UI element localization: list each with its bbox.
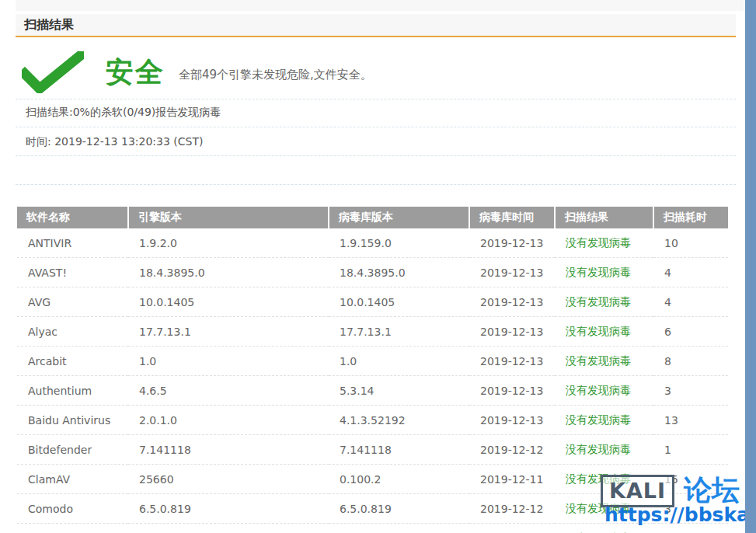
cell-db-version: 0.100.2 bbox=[329, 465, 469, 494]
cell-db-version: 6.0.0 bbox=[329, 524, 469, 533]
cell-db-version: 7.141118 bbox=[329, 435, 469, 465]
cell-db-date: 2019-12-13 bbox=[469, 287, 555, 317]
separator bbox=[16, 99, 736, 99]
status-description: 全部49个引擎未发现危险,文件安全。 bbox=[179, 63, 372, 82]
cell-engine-version: 10.0.1405 bbox=[128, 287, 329, 317]
cell-result: 没有发现病毒 bbox=[555, 258, 653, 287]
cell-result: 没有发现病毒 bbox=[555, 347, 653, 376]
cell-result: 没有发现病毒 bbox=[555, 317, 653, 347]
cell-engine-version: 4.6.5 bbox=[128, 376, 329, 406]
cell-db-date: 2019-12-13 bbox=[469, 406, 555, 435]
table-row: Authentium4.6.55.3.142019-12-13没有发现病毒3 bbox=[17, 376, 728, 406]
check-icon bbox=[22, 51, 84, 93]
cell-engine-version: 17.7.13.1 bbox=[128, 317, 329, 347]
cell-db-version: 1.0 bbox=[329, 347, 469, 376]
cell-elapsed: 6 bbox=[653, 317, 728, 347]
cell-engine-version: 6.5.0.819 bbox=[128, 494, 329, 524]
cell-elapsed: 13 bbox=[653, 406, 728, 435]
column-header-db-version: 病毒库版本 bbox=[329, 207, 469, 228]
separator bbox=[16, 127, 736, 127]
cell-name: ANTIVIR bbox=[17, 228, 128, 258]
table-row: Alyac17.7.13.117.7.13.12019-12-13没有发现病毒6 bbox=[17, 317, 728, 347]
cell-db-version: 10.0.1405 bbox=[329, 287, 469, 317]
cell-result: 没有发现病毒 bbox=[555, 406, 653, 435]
cell-engine-version: 1.0 bbox=[128, 347, 329, 376]
cell-db-version: 1.9.159.0 bbox=[329, 228, 469, 258]
cell-db-version: 4.1.3.52192 bbox=[329, 406, 469, 435]
cell-db-date: 2019-12-13 bbox=[469, 317, 555, 347]
cell-elapsed: 10 bbox=[653, 228, 728, 258]
cell-name: AVAST! bbox=[17, 258, 128, 287]
cell-db-date: 2019-12-12 bbox=[469, 494, 555, 524]
watermark-url: https://bbskali.cn bbox=[604, 503, 756, 526]
cell-name: Authentium bbox=[17, 376, 128, 406]
separator bbox=[16, 184, 736, 185]
cell-db-date: 2019-12-11 bbox=[469, 465, 555, 494]
separator bbox=[16, 155, 736, 156]
column-header-db-date: 病毒库时间 bbox=[469, 207, 555, 228]
scan-status-row: 安全 全部49个引擎未发现危险,文件安全。 bbox=[16, 48, 736, 96]
cell-db-date: 2019-12-12 bbox=[469, 435, 555, 465]
top-section-strip bbox=[16, 0, 744, 11]
table-row: AVG10.0.140510.0.14052019-12-13没有发现病毒4 bbox=[17, 287, 728, 317]
cell-name: AVG bbox=[17, 287, 128, 317]
cell-engine-version: 1.9.2.0 bbox=[128, 228, 329, 258]
section-heading-band: 扫描结果 bbox=[16, 14, 736, 37]
cell-engine-version: 2.0.1.0 bbox=[128, 406, 329, 435]
cell-result: 没有发现病毒 bbox=[555, 287, 653, 317]
cell-engine-version: 25660 bbox=[128, 465, 329, 494]
cell-name: ClamAV bbox=[17, 465, 128, 494]
cell-db-date: 2019-12-13 bbox=[469, 228, 555, 258]
column-header-result: 扫描结果 bbox=[555, 207, 653, 228]
cell-db-date: 2019-12-13 bbox=[469, 347, 555, 376]
cell-db-date: 2019-12-13 bbox=[469, 258, 555, 287]
cell-engine-version: 6.0.0.4 bbox=[128, 524, 329, 533]
table-row: Arcabit1.01.02019-12-13没有发现病毒8 bbox=[17, 347, 728, 376]
cell-result: 没有发现病毒 bbox=[555, 376, 653, 406]
cell-db-date: 2019-12-13 bbox=[469, 524, 555, 533]
cell-elapsed: 3 bbox=[653, 376, 728, 406]
cell-name: Cyren bbox=[17, 524, 128, 533]
cell-elapsed: 1 bbox=[653, 435, 728, 465]
cell-db-version: 5.3.14 bbox=[329, 376, 469, 406]
cell-elapsed: 4 bbox=[653, 287, 728, 317]
cell-engine-version: 7.141118 bbox=[128, 435, 329, 465]
column-header-name: 软件名称 bbox=[17, 207, 128, 228]
table-row: ANTIVIR1.9.2.01.9.159.02019-12-13没有发现病毒1… bbox=[17, 228, 728, 258]
vertical-scrollbar[interactable] bbox=[745, 0, 756, 533]
table-row: Bitdefender7.1411187.1411182019-12-12没有发… bbox=[17, 435, 728, 465]
watermark-badge: KALI bbox=[601, 475, 674, 507]
page-title: 扫描结果 bbox=[24, 17, 74, 33]
column-header-elapsed: 扫描耗时 bbox=[653, 207, 728, 228]
cell-db-version: 17.7.13.1 bbox=[329, 317, 469, 347]
cell-name: Alyac bbox=[17, 317, 128, 347]
cell-name: Comodo bbox=[17, 494, 128, 524]
cell-name: Bitdefender bbox=[17, 435, 128, 465]
cell-result: 没有发现病毒 bbox=[555, 435, 653, 465]
cell-name: Arcabit bbox=[17, 347, 128, 376]
cell-result: 没有发现病毒 bbox=[555, 228, 653, 258]
table-header-row: 软件名称引擎版本病毒库版本病毒库时间扫描结果扫描耗时 bbox=[17, 207, 728, 228]
cell-elapsed: 4 bbox=[653, 258, 728, 287]
status-label: 安全 bbox=[106, 54, 165, 92]
cell-db-version: 6.5.0.819 bbox=[329, 494, 469, 524]
cell-elapsed: 8 bbox=[653, 347, 728, 376]
column-header-engine-version: 引擎版本 bbox=[128, 207, 329, 228]
cell-name: Baidu Antivirus bbox=[17, 406, 128, 435]
table-row: Baidu Antivirus2.0.1.04.1.3.521922019-12… bbox=[17, 406, 728, 435]
scan-summary-text: 扫描结果:0%的杀软(0/49)报告发现病毒 bbox=[26, 106, 221, 120]
table-row: AVAST!18.4.3895.018.4.3895.02019-12-13没有… bbox=[17, 258, 728, 287]
cell-engine-version: 18.4.3895.0 bbox=[128, 258, 329, 287]
cell-db-version: 18.4.3895.0 bbox=[329, 258, 469, 287]
cell-db-date: 2019-12-13 bbox=[469, 376, 555, 406]
scan-time-text: 时间: 2019-12-13 13:20:33 (CST) bbox=[26, 135, 203, 149]
